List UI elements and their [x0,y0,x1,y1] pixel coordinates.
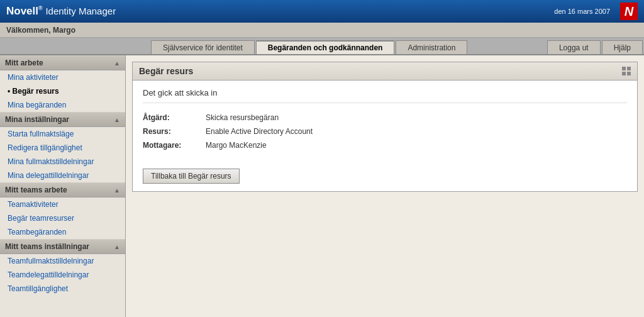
detail-row-resurs: Resurs: Enable Active Directory Account [143,127,627,136]
detail-label-resurs: Resurs: [143,127,206,136]
detail-value-atgard: Skicka resursbegäran [206,113,279,122]
chevron-icon-mitt-teams-installningar: ▲ [114,243,120,250]
sidebar-item-starta-fullmaktslage[interactable]: Starta fullmaktsläge [0,127,125,141]
nav-tabs: Självservice för identitet Begäranden oc… [0,38,644,55]
detail-value-resurs: Enable Active Directory Account [206,127,313,136]
detail-label-mottagare: Mottagare: [143,141,206,150]
chevron-icon-mitt-teams-arbete: ▲ [114,187,120,194]
sidebar-section-title-mitt-teams-installningar: Mitt teams inställningar [5,242,89,251]
detail-value-mottagare: Margo MacKenzie [206,141,267,150]
grid-cell-1 [622,67,626,70]
grid-cell-2 [627,67,631,70]
logo-text: Novell® Identity Manager [6,5,116,18]
novell-logo: N [620,3,638,20]
detail-row-atgard: Åtgärd: Skicka resursbegäran [143,113,627,122]
chevron-icon-mina-installningar: ▲ [114,116,120,123]
sidebar-item-teamfullmaktstilldelningar[interactable]: Teamfullmaktstilldelningar [0,254,125,268]
sidebar-item-mina-begaranden[interactable]: Mina begäranden [0,98,125,112]
sidebar-section-mitt-teams-arbete[interactable]: Mitt teams arbete ▲ [0,182,125,197]
grid-cell-4 [627,72,631,75]
sidebar-item-mina-fullmaktstilldelningar[interactable]: Mina fullmaktstilldelningar [0,155,125,169]
content-body: Det gick att skicka in Åtgärd: Skicka re… [133,81,637,191]
panel-grid-icon [622,67,631,75]
tab-help[interactable]: Hjälp [602,40,643,54]
detail-label-atgard: Åtgärd: [143,113,206,122]
sidebar-item-begar-resurs[interactable]: • Begär resurs [0,84,125,98]
sidebar-item-mina-delegattilldelningar[interactable]: Mina delegattilldelningar [0,169,125,182]
sidebar-item-mina-aktiviteter[interactable]: Mina aktiviteter [0,70,125,84]
content-panel-header: Begär resurs [133,62,637,81]
content-area: Begär resurs Det gick att skicka in Åtgä… [126,55,644,317]
app-header: Novell® Identity Manager den 16 mars 200… [0,0,644,23]
tab-administration[interactable]: Administration [396,40,467,54]
tab-requests[interactable]: Begäranden och godkännanden [256,40,395,54]
welcome-bar: Välkommen, Margo [0,23,644,38]
welcome-text: Välkommen, Margo [6,26,75,35]
tab-selfservice[interactable]: Självservice för identitet [151,40,255,54]
main-layout: Mitt arbete ▲ Mina aktiviteter • Begär r… [0,55,644,317]
tab-logout[interactable]: Logga ut [547,40,601,54]
sidebar-item-begar-teamresurser[interactable]: Begär teamresurser [0,211,125,225]
success-message: Det gick att skicka in [143,88,627,103]
sidebar-item-teamdelegattilldelningar[interactable]: Teamdelegattilldelningar [0,268,125,282]
sidebar-section-title-mina-installningar: Mina inställningar [5,115,69,124]
sidebar-item-teamtillganglighet[interactable]: Teamtillgänglighet [0,282,125,296]
logo-area: Novell® Identity Manager [6,5,116,18]
detail-row-mottagare: Mottagare: Margo MacKenzie [143,141,627,150]
sidebar-section-mina-installningar[interactable]: Mina inställningar ▲ [0,112,125,127]
sidebar-section-title-mitt-arbete: Mitt arbete [5,58,43,67]
sidebar-item-redigera-tillganglighet[interactable]: Redigera tillgänglighet [0,141,125,155]
sidebar-item-teamaktiviteter[interactable]: Teamaktiviteter [0,197,125,211]
sidebar-section-mitt-teams-installningar[interactable]: Mitt teams inställningar ▲ [0,239,125,254]
nav-right: Logga ut Hjälp [547,40,644,54]
content-panel: Begär resurs Det gick att skicka in Åtgä… [132,62,638,192]
logo-reg: ® [38,5,43,11]
sidebar-item-teambegaranden[interactable]: Teambegäranden [0,225,125,239]
sidebar: Mitt arbete ▲ Mina aktiviteter • Begär r… [0,55,126,317]
date-display: den 16 mars 2007 [554,8,610,15]
detail-table: Åtgärd: Skicka resursbegäran Resurs: Ena… [143,113,627,150]
sidebar-section-title-mitt-teams-arbete: Mitt teams arbete [5,186,67,194]
panel-title: Begär resurs [139,66,193,76]
chevron-icon-mitt-arbete: ▲ [114,60,120,67]
sidebar-section-mitt-arbete[interactable]: Mitt arbete ▲ [0,55,125,70]
back-button[interactable]: Tillbaka till Begär resurs [143,169,240,184]
grid-cell-3 [622,72,626,75]
product-name: Identity Manager [45,6,116,16]
